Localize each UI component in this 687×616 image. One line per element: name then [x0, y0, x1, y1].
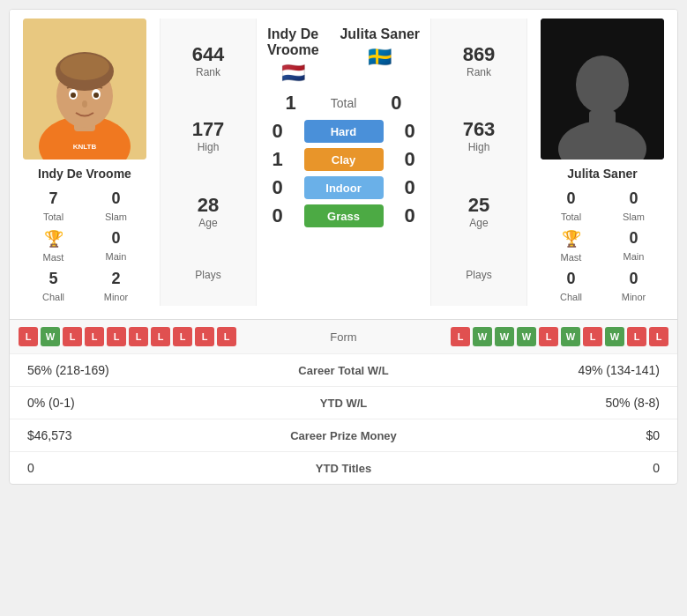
rank-block-right: 869 Rank [463, 43, 496, 78]
score-grass-right: 0 [397, 204, 423, 227]
form-badge-l: L [539, 327, 558, 346]
titles-right: 0 [432, 461, 661, 475]
minor-stat-right: 0 Minor [603, 268, 664, 306]
form-badge-w: W [561, 327, 580, 346]
form-badge-l: L [85, 327, 104, 346]
header-name-right: Julita Saner [340, 26, 420, 42]
total-row: 1 Total 0 [257, 92, 430, 115]
player-image-left: KNLTB [23, 19, 146, 160]
age-num-right: 25 [468, 194, 489, 217]
svg-point-13 [576, 56, 629, 114]
score-hard-right: 0 [397, 120, 423, 143]
svg-text:KNLTB: KNLTB [73, 143, 97, 151]
plays-lbl-right: Plays [466, 269, 491, 281]
ytd-wl-right: 50% (8-8) [432, 396, 661, 410]
form-badges-right: LWWWLWLWLL [414, 327, 669, 346]
total-stat-left: 7 Total [23, 188, 84, 226]
prize-left: $46,573 [27, 428, 256, 442]
prize-right: $0 [432, 428, 661, 442]
chall-stat-left: 5 Chall [23, 268, 84, 306]
player-name-right: Julita Saner [567, 167, 637, 181]
form-badge-l: L [451, 327, 470, 346]
stats-table: 56% (218-169) Career Total W/L 49% (134-… [10, 354, 677, 484]
rank-lbl-right: Rank [463, 66, 496, 78]
form-badge-w: W [517, 327, 536, 346]
form-badge-l: L [129, 327, 148, 346]
form-badge-w: W [473, 327, 492, 346]
surface-rows: 0 Hard 0 1 Clay 0 0 Indoor [257, 120, 430, 227]
player-right: Julita Saner 0 Total 0 Slam 🏆 Mast 0 Mai… [527, 19, 677, 306]
high-lbl-right: High [463, 141, 496, 153]
form-badge-l: L [583, 327, 602, 346]
badge-indoor: Indoor [304, 176, 384, 199]
clay-row: 1 Clay 0 [265, 148, 423, 171]
label-total: Total [331, 96, 357, 110]
slam-stat-left: 0 Slam [86, 188, 146, 226]
mast-stat-right: 🏆 Mast [541, 227, 601, 266]
total-stat-right: 0 Total [541, 188, 601, 226]
main-label-left: Main [106, 251, 127, 262]
total-label-right: Total [561, 212, 581, 222]
high-lbl-left: High [192, 141, 225, 153]
player-stats-left: 7 Total 0 Slam 🏆 Mast 0 Main 5 Chall [23, 188, 146, 306]
age-num-left: 28 [198, 194, 219, 217]
age-lbl-right: Age [468, 217, 489, 229]
form-label: Form [273, 330, 414, 344]
rank-lbl-left: Rank [192, 66, 225, 78]
badge-clay: Clay [304, 148, 384, 171]
plays-block-right: Plays [466, 269, 491, 281]
score-total-right: 0 [383, 92, 409, 115]
titles-row: 0 YTD Titles 0 [10, 452, 677, 484]
score-indoor-left: 0 [265, 176, 291, 199]
minor-value-right: 0 [605, 270, 662, 288]
flag-left: 🇳🇱 [267, 62, 319, 85]
badge-grass: Grass [304, 204, 384, 227]
form-badge-l: L [649, 327, 668, 346]
main-value-left: 0 [87, 229, 145, 248]
rank-block-left: 644 Rank [192, 43, 225, 78]
badge-hard: Hard [304, 120, 384, 143]
player-left: KNLTB [10, 19, 160, 306]
minor-stat-left: 2 Minor [86, 268, 146, 306]
plays-block-left: Plays [195, 269, 220, 281]
player-header-name2: Vroome [267, 42, 319, 57]
grass-row: 0 Grass 0 [265, 204, 423, 227]
score-indoor-right: 0 [397, 176, 423, 199]
form-badge-l: L [19, 327, 38, 346]
form-badge-w: W [41, 327, 60, 346]
player-name-left: Indy De Vroome [38, 167, 131, 181]
svg-point-11 [82, 100, 87, 108]
age-block-right: 25 Age [468, 194, 489, 229]
slam-value-right: 0 [605, 189, 662, 208]
main-stat-left: 0 Main [86, 227, 146, 266]
svg-point-6 [60, 54, 109, 80]
form-badges-left: LWLLLLLLLL [19, 327, 273, 346]
ytd-wl-label: YTD W/L [256, 397, 432, 410]
chall-label-left: Chall [42, 292, 64, 302]
score-clay-right: 0 [397, 148, 423, 171]
bottom-section: LWLLLLLLLL Form LWWWLWLWLL 56% (218-169)… [10, 319, 677, 484]
career-wl-row: 56% (218-169) Career Total W/L 49% (134-… [10, 354, 677, 387]
svg-rect-15 [589, 111, 616, 130]
slam-label-right: Slam [623, 212, 645, 222]
form-badge-w: W [605, 327, 624, 346]
player-photo-left: KNLTB [23, 19, 146, 160]
rank-num-right: 869 [463, 43, 496, 66]
total-value-right: 0 [542, 189, 600, 208]
form-badge-w: W [495, 327, 514, 346]
chall-label-right: Chall [560, 292, 582, 302]
svg-point-10 [93, 93, 99, 98]
high-block-left: 177 High [192, 118, 225, 153]
high-block-right: 763 High [463, 118, 496, 153]
prize-row: $46,573 Career Prize Money $0 [10, 419, 677, 452]
flag-right: 🇸🇪 [340, 46, 420, 69]
slam-label-left: Slam [105, 212, 127, 222]
mast-label-right: Mast [561, 252, 582, 263]
main-card: KNLTB [9, 9, 678, 485]
top-section: KNLTB [10, 10, 677, 315]
score-clay-left: 1 [265, 148, 291, 171]
score-total-left: 1 [278, 92, 304, 115]
trophy-right: 🏆 [542, 229, 600, 249]
main-stat-right: 0 Main [603, 227, 664, 266]
form-badge-l: L [217, 327, 236, 346]
